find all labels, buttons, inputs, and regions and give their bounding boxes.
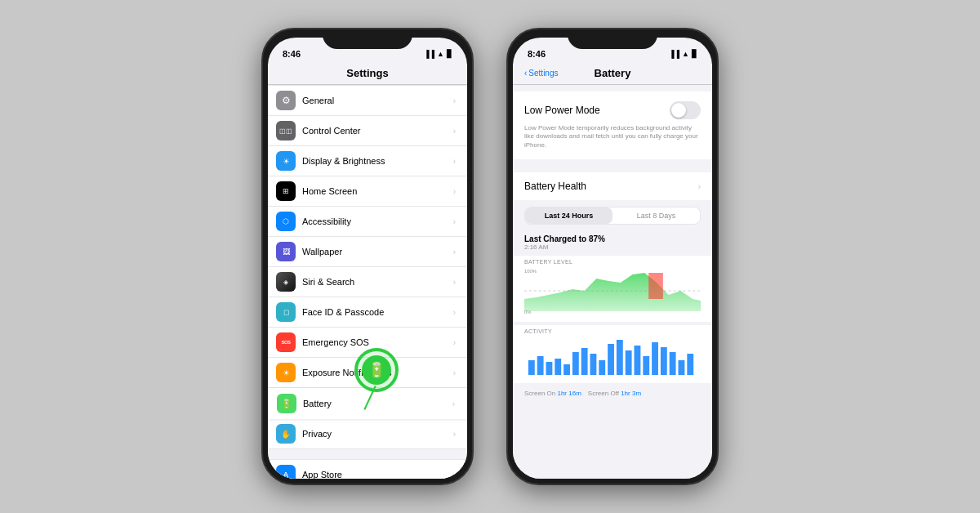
control-icon: ◫◫	[276, 121, 296, 141]
exposure-chevron: ›	[453, 368, 456, 377]
settings-item-general[interactable]: ⚙ General ›	[268, 85, 467, 116]
wifi-icon-2: ▲	[682, 50, 689, 58]
screen-off-stat: Screen Off 1hr 3m	[588, 390, 641, 397]
svg-rect-8	[555, 359, 561, 375]
low-power-label: Low Power Mode	[524, 105, 600, 116]
svg-rect-19	[652, 342, 658, 375]
appstore-icon: A	[276, 465, 296, 479]
appstore-chevron: ›	[453, 471, 456, 480]
settings-item-wallpaper[interactable]: 🖼 Wallpaper ›	[268, 237, 467, 267]
battery-level-chart: 100% 0%	[524, 266, 701, 315]
svg-rect-18	[643, 356, 649, 375]
control-label: Control Center	[302, 126, 453, 136]
svg-rect-15	[617, 340, 623, 375]
status-time: 8:46	[283, 49, 301, 59]
charged-time: 2:16 AM	[524, 243, 701, 251]
svg-rect-1	[648, 273, 663, 299]
svg-rect-22	[679, 360, 685, 375]
battery-icon-2: ▊	[692, 50, 697, 58]
svg-rect-10	[572, 352, 579, 375]
battery-menu-icon: 🔋	[277, 394, 296, 413]
accessibility-label: Accessibility	[302, 216, 453, 226]
settings-item-faceid[interactable]: ◻ Face ID & Passcode ›	[268, 297, 467, 328]
tab-24hours[interactable]: Last 24 Hours	[525, 207, 612, 224]
annotation-circle: 🔋	[354, 348, 399, 392]
display-chevron: ›	[453, 157, 456, 166]
sos-label: Emergency SOS	[302, 337, 453, 347]
accessibility-chevron: ›	[453, 217, 456, 226]
privacy-chevron: ›	[453, 430, 456, 439]
screen-stats-row: Screen On 1hr 16m Screen Off 1hr 3m	[513, 386, 712, 400]
phone-battery: 8:46 ▐▐ ▲ ▊ ‹ Settings Battery	[506, 28, 719, 485]
siri-label: Siri & Search	[302, 277, 453, 287]
phone-settings: 8:46 ▐▐ ▲ ▊ Settings ⚙ General ›	[261, 28, 474, 485]
svg-rect-21	[670, 352, 676, 375]
settings-item-appstore[interactable]: A App Store ›	[268, 459, 467, 479]
home-chevron: ›	[453, 187, 456, 196]
battery-level-chart-container: BATTERY LEVEL	[513, 256, 712, 322]
status-icons-2: ▐▐ ▲ ▊	[669, 50, 697, 58]
svg-marker-0	[524, 273, 701, 311]
annotation-inner: 🔋	[362, 355, 391, 385]
battery-health-chevron: ›	[698, 182, 701, 191]
battery-screen-content: Low Power Mode Low Power Mode temporaril…	[513, 91, 712, 479]
accessibility-icon: ⬡	[276, 212, 296, 231]
svg-rect-7	[546, 362, 553, 375]
home-label: Home Screen	[302, 186, 453, 196]
settings-item-accessibility[interactable]: ⬡ Accessibility ›	[268, 207, 467, 237]
siri-chevron: ›	[453, 278, 456, 287]
home-icon: ⊞	[276, 181, 296, 201]
back-button[interactable]: ‹ Settings	[524, 69, 558, 78]
settings-item-display[interactable]: ☀ Display & Brightness ›	[268, 146, 467, 176]
phone-screen-settings: 8:46 ▐▐ ▲ ▊ Settings ⚙ General ›	[268, 38, 467, 479]
sos-chevron: ›	[453, 338, 456, 347]
status-icons: ▐▐ ▲ ▊	[424, 50, 452, 58]
battery-title: Battery	[595, 67, 631, 79]
settings-section-1: ⚙ General › ◫◫ Control Center › ☀ Displa…	[268, 85, 467, 449]
battery-health-row[interactable]: Battery Health ›	[513, 172, 712, 200]
siri-icon: ◈	[276, 272, 296, 292]
control-chevron: ›	[453, 127, 456, 136]
tab-8days-label: Last 8 Days	[637, 212, 676, 220]
screen-off-value: 1hr 3m	[621, 390, 641, 397]
svg-rect-17	[635, 346, 641, 375]
wifi-icon: ▲	[437, 50, 444, 58]
appstore-label: App Store	[302, 470, 453, 479]
battery-chevron: ›	[452, 399, 455, 408]
settings-item-privacy[interactable]: ✋ Privacy ›	[268, 419, 467, 449]
low-power-toggle[interactable]	[670, 101, 701, 119]
wallpaper-chevron: ›	[453, 248, 456, 256]
display-icon: ☀	[276, 151, 296, 171]
signal-icon: ▐▐	[424, 50, 434, 58]
svg-rect-6	[537, 356, 544, 375]
svg-rect-23	[687, 354, 693, 375]
battery-icon: ▊	[447, 50, 452, 58]
settings-item-home[interactable]: ⊞ Home Screen ›	[268, 176, 467, 207]
tab-8days[interactable]: Last 8 Days	[612, 207, 700, 224]
svg-rect-12	[590, 354, 597, 375]
activity-chart-container: ACTIVITY	[513, 325, 712, 383]
svg-rect-13	[599, 360, 605, 375]
svg-rect-16	[626, 350, 632, 375]
svg-rect-20	[661, 347, 667, 375]
low-power-row: Low Power Mode	[524, 101, 701, 119]
battery-level-chart-label: BATTERY LEVEL	[524, 259, 701, 265]
display-label: Display & Brightness	[302, 156, 453, 166]
settings-item-siri[interactable]: ◈ Siri & Search ›	[268, 267, 467, 297]
settings-list: ⚙ General › ◫◫ Control Center › ☀ Displa…	[268, 85, 467, 479]
charged-title: Last Charged to 87%	[524, 234, 701, 243]
settings-item-control[interactable]: ◫◫ Control Center ›	[268, 116, 467, 146]
settings-nav-bar: Settings	[268, 64, 467, 85]
status-time-2: 8:46	[528, 49, 546, 59]
svg-rect-9	[564, 364, 570, 375]
sos-icon: SOS	[276, 332, 296, 352]
low-power-card: Low Power Mode Low Power Mode temporaril…	[513, 91, 712, 159]
phone-notch	[323, 29, 412, 49]
scene: 8:46 ▐▐ ▲ ▊ Settings ⚙ General ›	[261, 28, 719, 485]
toggle-knob	[671, 103, 686, 118]
phone-screen-battery: 8:46 ▐▐ ▲ ▊ ‹ Settings Battery	[513, 38, 712, 479]
general-icon: ⚙	[276, 91, 296, 110]
signal-icon-2: ▐▐	[669, 50, 679, 58]
svg-rect-11	[581, 348, 588, 375]
svg-text:100%: 100%	[524, 269, 537, 274]
